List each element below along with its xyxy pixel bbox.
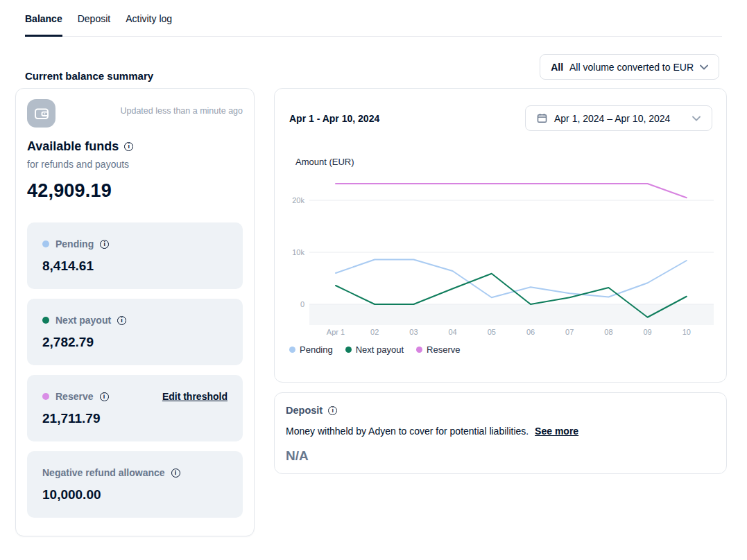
svg-text:08: 08 [604,328,612,336]
wallet-icon [27,99,55,128]
info-icon[interactable] [124,142,133,151]
currency-filter-dropdown[interactable]: All All volume converted to EUR [540,54,719,80]
deposit-description: Money withheld by Adyen to cover for pot… [286,426,529,437]
deposit-card: Deposit Money withheld by Adyen to cover… [274,392,727,474]
deposit-title: Deposit [286,405,323,416]
chart-date-range-title: Apr 1 - Apr 10, 2024 [289,113,379,124]
reserve-value: 21,711.79 [42,411,227,426]
legend-dot [416,347,422,353]
svg-text:03: 03 [409,328,418,336]
date-range-value: Apr 1, 2024 – Apr 10, 2024 [554,113,670,124]
info-icon[interactable] [117,316,126,325]
balance-tile-reserve: Reserve Edit threshold 21,711.79 [27,375,243,441]
svg-text:10k: 10k [292,248,304,256]
page-title: Current balance summary [25,70,153,82]
svg-text:Apr 1: Apr 1 [327,328,345,336]
svg-text:09: 09 [643,328,651,336]
deposit-value: N/A [286,448,715,464]
reserve-label: Reserve [55,391,94,402]
see-more-link[interactable]: See more [535,426,578,437]
tab-bar: Balance Deposit Activity log [25,0,722,37]
pending-value: 8,414.61 [42,259,227,274]
legend-dot [289,347,295,353]
svg-text:04: 04 [448,328,456,336]
next-payout-dot [42,317,49,324]
tab-activity-log[interactable]: Activity log [126,13,172,37]
info-icon[interactable] [100,240,109,249]
chart-y-axis-title: Amount (EUR) [295,157,354,167]
legend-item-next-payout: Next payout [345,344,404,355]
balance-tile-negative-refund-allowance: Negative refund allowance 10,000.00 [27,451,243,518]
date-range-picker[interactable]: Apr 1, 2024 – Apr 10, 2024 [525,105,712,131]
balance-summary-card: Updated less than a minute ago Available… [15,88,255,536]
balance-tile-next-payout: Next payout 2,782.79 [27,299,243,365]
svg-text:05: 05 [488,328,496,336]
balance-line-chart: 20k10k0Apr 1020304050607080910 [275,179,728,342]
info-icon[interactable] [328,406,337,415]
next-payout-value: 2,782.79 [42,335,227,350]
pending-label: Pending [55,238,94,250]
updated-timestamp: Updated less than a minute ago [120,106,243,116]
svg-text:20k: 20k [292,196,304,204]
next-payout-label: Next payout [55,315,111,326]
tab-balance[interactable]: Balance [25,13,62,37]
svg-text:07: 07 [565,328,574,336]
available-funds-title: Available funds [27,139,119,154]
info-icon[interactable] [171,469,180,478]
legend-item-pending: Pending [289,344,333,355]
chevron-down-icon [692,116,701,121]
pending-dot [42,240,49,247]
filter-prefix: All [551,62,563,73]
balance-chart-card: Apr 1 - Apr 10, 2024 Apr 1, 2024 – Apr 1… [274,88,727,383]
edit-threshold-link[interactable]: Edit threshold [162,391,227,402]
chevron-down-icon [700,64,708,70]
available-funds-subtitle: for refunds and payouts [27,159,243,170]
svg-text:06: 06 [526,328,535,336]
reserve-dot [42,393,49,400]
legend-item-reserve: Reserve [416,344,460,355]
svg-text:10: 10 [682,328,691,336]
chart-legend: PendingNext payoutReserve [289,344,461,355]
tab-deposit[interactable]: Deposit [78,13,110,37]
info-icon[interactable] [100,392,109,401]
available-funds-amount: 42,909.19 [27,180,243,202]
filter-label: All volume converted to EUR [569,62,694,73]
calendar-icon [537,113,547,123]
balance-tile-pending: Pending 8,414.61 [27,222,243,289]
svg-text:02: 02 [370,328,379,336]
svg-text:0: 0 [300,300,304,308]
legend-dot [345,347,352,353]
negative-refund-allowance-label: Negative refund allowance [42,467,165,478]
negative-refund-allowance-value: 10,000.00 [42,487,227,502]
